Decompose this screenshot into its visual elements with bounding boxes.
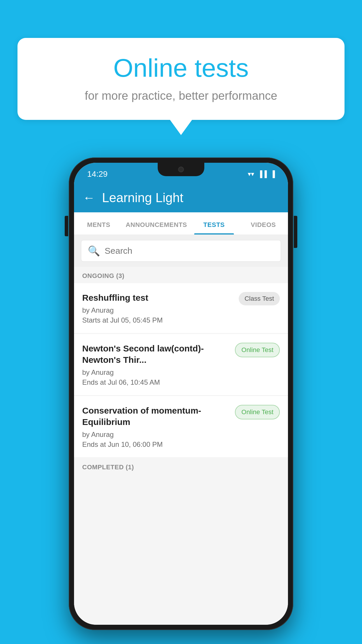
- test-card-1[interactable]: Reshuffling test by Anurag Starts at Jul…: [74, 283, 288, 333]
- search-container: 🔍: [74, 235, 288, 267]
- camera: [178, 167, 184, 172]
- test-card-3-info: Conservation of momentum-Equilibrium by …: [82, 405, 235, 449]
- test-card-1-badge: Class Test: [239, 292, 280, 305]
- test-card-1-title: Reshuffling test: [82, 292, 233, 303]
- test-card-2[interactable]: Newton's Second law(contd)-Newton's Thir…: [74, 334, 288, 396]
- test-card-2-author: by Anurag: [82, 368, 229, 377]
- phone-mockup: 14:29 ▾▾ ▐▐ ▐ ← Learning Light MENTS: [69, 158, 293, 630]
- test-card-3-author: by Anurag: [82, 430, 229, 439]
- phone-screen: 14:29 ▾▾ ▐▐ ▐ ← Learning Light MENTS: [74, 163, 288, 625]
- tab-announcements[interactable]: ANNOUNCEMENTS: [123, 212, 189, 235]
- tab-videos[interactable]: VIDEOS: [239, 212, 288, 235]
- test-card-2-badge: Online Test: [235, 343, 280, 357]
- test-card-3-badge: Online Test: [235, 405, 280, 419]
- wifi-icon: ▾▾: [248, 170, 254, 178]
- test-card-1-author: by Anurag: [82, 306, 233, 314]
- battery-icon: ▐: [270, 170, 275, 178]
- test-card-2-info: Newton's Second law(contd)-Newton's Thir…: [82, 343, 235, 386]
- tabs-container: MENTS ANNOUNCEMENTS TESTS VIDEOS: [74, 212, 288, 235]
- test-card-1-date: Starts at Jul 05, 05:45 PM: [82, 316, 233, 324]
- signal-icon: ▐▐: [258, 170, 267, 178]
- phone-inner: 14:29 ▾▾ ▐▐ ▐ ← Learning Light MENTS: [74, 163, 288, 625]
- ongoing-header: ONGOING (3): [74, 267, 288, 283]
- search-icon: 🔍: [88, 245, 100, 257]
- tab-tests[interactable]: TESTS: [189, 212, 239, 235]
- test-card-1-info: Reshuffling test by Anurag Starts at Jul…: [82, 292, 239, 324]
- test-card-3[interactable]: Conservation of momentum-Equilibrium by …: [74, 396, 288, 458]
- status-time: 14:29: [87, 169, 108, 179]
- tab-ments[interactable]: MENTS: [74, 212, 123, 235]
- search-input[interactable]: [105, 246, 274, 256]
- promo-subtitle: for more practice, better performance: [35, 89, 327, 102]
- promo-bubble: Online tests for more practice, better p…: [17, 38, 345, 120]
- status-icons: ▾▾ ▐▐ ▐: [248, 170, 275, 178]
- test-card-2-title: Newton's Second law(contd)-Newton's Thir…: [82, 343, 229, 365]
- search-box: 🔍: [81, 240, 281, 262]
- phone-outer: 14:29 ▾▾ ▐▐ ▐ ← Learning Light MENTS: [69, 158, 293, 630]
- content-area: ONGOING (3) Reshuffling test by Anurag S…: [74, 267, 288, 625]
- promo-title: Online tests: [35, 54, 327, 82]
- test-card-3-date: Ends at Jun 10, 06:00 PM: [82, 440, 229, 449]
- phone-notch: [158, 163, 204, 176]
- app-title: Learning Light: [102, 190, 183, 205]
- speech-bubble: Online tests for more practice, better p…: [17, 38, 345, 120]
- completed-header: COMPLETED (1): [74, 458, 288, 475]
- back-button[interactable]: ←: [83, 191, 95, 205]
- test-card-3-title: Conservation of momentum-Equilibrium: [82, 405, 229, 428]
- app-bar: ← Learning Light: [74, 183, 288, 212]
- test-card-2-date: Ends at Jul 06, 10:45 AM: [82, 378, 229, 386]
